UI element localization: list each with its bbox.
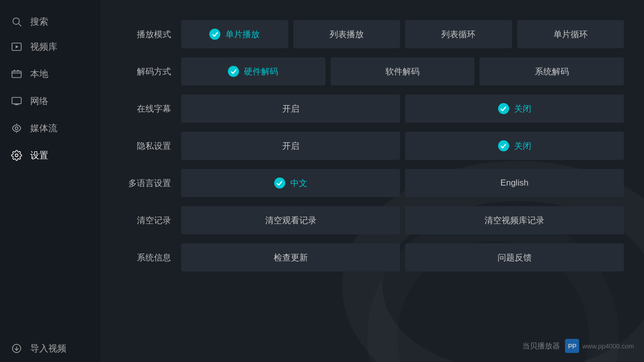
privacy-row: 隐私设置 开启 关闭 (121, 132, 624, 160)
decode-software-btn[interactable]: 软件解码 (331, 57, 475, 85)
playback-mode-single-loop-label: 单片循环 (553, 29, 588, 40)
subtitle-on-btn[interactable]: 开启 (181, 95, 400, 123)
sidebar-item-network[interactable]: 网络 (0, 87, 101, 115)
sidebar-item-settings[interactable]: 设置 (0, 142, 101, 169)
decode-mode-options: 硬件解码 软件解码 系统解码 (181, 57, 624, 85)
feedback-btn[interactable]: 问题反馈 (405, 243, 624, 272)
sidebar-label-import: 导入视频 (30, 342, 66, 354)
sidebar-label-network: 网络 (30, 95, 48, 107)
language-zh-label: 中文 (290, 177, 307, 189)
svg-marker-3 (16, 45, 19, 48)
playback-mode-row: 播放模式 单片播放 列表播放 列表循环 单片循环 (121, 20, 624, 48)
decode-hardware-label: 硬件解码 (244, 66, 278, 77)
clear-records-options: 清空观看记录 清空视频库记录 (181, 206, 624, 234)
subtitle-off-label: 关闭 (514, 103, 531, 115)
system-info-label: 系统信息 (121, 252, 181, 263)
svg-point-0 (13, 18, 20, 25)
language-options: 中文 English (181, 169, 624, 197)
privacy-off-btn[interactable]: 关闭 (405, 132, 624, 160)
svg-rect-4 (12, 71, 21, 78)
svg-line-1 (19, 24, 21, 26)
settings-panel: 播放模式 单片播放 列表播放 列表循环 单片循环 解码方式 (101, 0, 644, 362)
sidebar-item-search[interactable]: 搜索 (0, 5, 101, 33)
sidebar-label-search: 搜索 (30, 16, 48, 28)
language-label: 多语言设置 (121, 177, 181, 189)
language-zh-btn[interactable]: 中文 (181, 169, 400, 197)
subtitle-off-btn[interactable]: 关闭 (405, 95, 624, 123)
decode-system-label: 系统解码 (535, 66, 569, 77)
clear-watch-btn[interactable]: 清空观看记录 (181, 206, 400, 234)
sidebar-item-import[interactable]: 导入视频 (0, 335, 101, 362)
svg-point-8 (15, 127, 18, 130)
check-icon-privacy-off (498, 140, 509, 151)
playback-mode-single-btn[interactable]: 单片播放 (181, 20, 288, 48)
decode-mode-row: 解码方式 硬件解码 软件解码 系统解码 (121, 57, 624, 85)
clear-watch-label: 清空观看记录 (265, 215, 316, 226)
privacy-label: 隐私设置 (121, 140, 181, 152)
playback-mode-single-label: 单片播放 (225, 29, 260, 40)
search-icon (10, 15, 23, 28)
sidebar-label-video-library: 视频库 (30, 41, 57, 53)
check-icon-zh (274, 177, 285, 189)
clear-library-btn[interactable]: 清空视频库记录 (405, 206, 624, 234)
playback-mode-list-btn[interactable]: 列表播放 (293, 20, 400, 48)
sidebar-label-settings: 设置 (30, 149, 48, 161)
subtitle-on-label: 开启 (282, 103, 299, 115)
online-subtitle-label: 在线字幕 (121, 103, 181, 115)
language-en-label: English (501, 178, 529, 188)
privacy-on-label: 开启 (282, 140, 299, 152)
check-update-label: 检查更新 (274, 252, 308, 263)
network-icon (10, 95, 23, 108)
system-info-row: 系统信息 检查更新 问题反馈 (121, 243, 624, 272)
online-subtitle-row: 在线字幕 开启 关闭 (121, 95, 624, 123)
decode-mode-label: 解码方式 (121, 66, 181, 77)
sidebar-label-local: 本地 (30, 68, 48, 80)
sidebar-item-media-stream[interactable]: 媒体流 (0, 115, 101, 142)
local-icon (10, 67, 23, 80)
clear-records-label: 清空记录 (121, 215, 181, 226)
decode-hardware-btn[interactable]: 硬件解码 (181, 57, 326, 85)
sidebar-item-video-library[interactable]: 视频库 (0, 33, 101, 60)
import-icon (10, 342, 23, 355)
language-en-btn[interactable]: English (405, 169, 624, 197)
clear-library-label: 清空视频库记录 (485, 215, 544, 226)
media-stream-icon (10, 122, 23, 135)
system-info-options: 检查更新 问题反馈 (181, 243, 624, 272)
sidebar: 搜索 视频库 本地 网络 媒体流 设置 (0, 0, 101, 362)
svg-rect-7 (12, 98, 21, 104)
playback-mode-single-loop-btn[interactable]: 单片循环 (517, 20, 624, 48)
clear-records-row: 清空记录 清空观看记录 清空视频库记录 (121, 206, 624, 234)
playback-mode-list-loop-btn[interactable]: 列表循环 (405, 20, 512, 48)
settings-icon (10, 149, 23, 162)
language-row: 多语言设置 中文 English (121, 169, 624, 197)
sidebar-item-local[interactable]: 本地 (0, 60, 101, 87)
decode-software-label: 软件解码 (385, 66, 420, 77)
sidebar-label-media-stream: 媒体流 (30, 122, 57, 134)
check-update-btn[interactable]: 检查更新 (181, 243, 400, 272)
playback-mode-label: 播放模式 (121, 29, 181, 40)
privacy-options: 开启 关闭 (181, 132, 624, 160)
playback-mode-list-loop-label: 列表循环 (441, 29, 475, 40)
playback-mode-list-label: 列表播放 (330, 29, 364, 40)
check-icon-subtitle-off (498, 103, 509, 114)
check-icon-hardware (228, 66, 239, 77)
feedback-label: 问题反馈 (498, 252, 532, 263)
decode-system-btn[interactable]: 系统解码 (479, 57, 624, 85)
privacy-on-btn[interactable]: 开启 (181, 132, 400, 160)
check-icon-single (209, 29, 220, 40)
playback-mode-options: 单片播放 列表播放 列表循环 单片循环 (181, 20, 624, 48)
privacy-off-label: 关闭 (514, 140, 531, 152)
online-subtitle-options: 开启 关闭 (181, 95, 624, 123)
video-library-icon (10, 40, 23, 53)
svg-point-11 (15, 154, 18, 157)
